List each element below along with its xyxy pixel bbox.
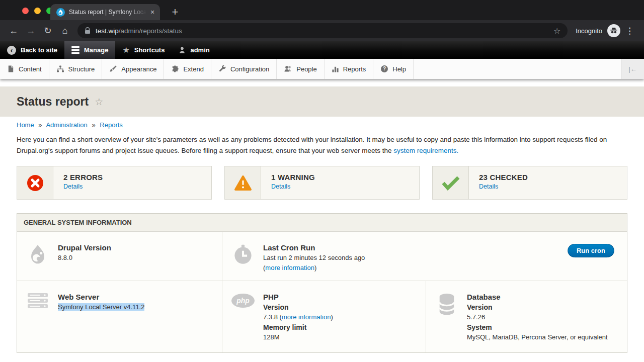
menu-item-reports[interactable]: Reports bbox=[325, 59, 374, 79]
close-tab-icon[interactable]: × bbox=[148, 8, 157, 16]
svg-text:php: php bbox=[236, 297, 250, 305]
back-to-site-button[interactable]: ‹ Back to site bbox=[0, 41, 64, 59]
php-title: PHP bbox=[263, 292, 333, 302]
back-icon[interactable]: ← bbox=[5, 22, 22, 39]
reports-barchart-icon bbox=[332, 65, 339, 73]
menu-item-label: People bbox=[296, 65, 316, 73]
breadcrumb-administration-link[interactable]: Administration bbox=[46, 121, 87, 129]
menu-item-label: Help bbox=[392, 65, 406, 73]
general-system-information-panel: GENERAL SYSTEM INFORMATION D bbox=[17, 213, 627, 353]
menu-item-help[interactable]: ? Help bbox=[373, 59, 414, 79]
last-cron-run-value: Last run 2 minutes 12 seconds ago bbox=[263, 253, 365, 263]
last-cron-run-cell: Last Cron Run Last run 2 minutes 12 seco… bbox=[222, 232, 627, 281]
database-version-value: 5.7.26 bbox=[467, 312, 608, 322]
web-server-value-highlighted: Symfony Local Server v4.11.2 bbox=[58, 303, 144, 311]
window-close-button[interactable] bbox=[22, 8, 29, 14]
php-version-label: Version bbox=[263, 302, 333, 312]
shortcuts-tab[interactable]: ★ Shortcuts bbox=[115, 41, 172, 59]
cron-more-information-link[interactable]: more information bbox=[265, 264, 314, 272]
server-stack-icon bbox=[25, 293, 50, 352]
menu-item-label: Appearance bbox=[121, 65, 156, 73]
menu-item-configuration[interactable]: Configuration bbox=[211, 59, 277, 79]
toolbar-orientation-toggle[interactable]: |← bbox=[621, 59, 644, 79]
menu-item-appearance[interactable]: Appearance bbox=[102, 59, 164, 79]
database-cell: Database Version 5.7.26 System MySQL, Ma… bbox=[426, 281, 627, 352]
php-more-information-link[interactable]: more information bbox=[282, 313, 331, 321]
url-host: test.wip bbox=[96, 27, 119, 35]
menu-item-label: Extend bbox=[183, 65, 203, 73]
panel-row-1: Drupal Version 8.8.0 bbox=[17, 232, 627, 281]
tab-title: Status report | Symfony Local Se bbox=[69, 9, 148, 16]
address-bar[interactable]: test.wip /admin/reports/status ☆ bbox=[77, 23, 568, 38]
manage-tab[interactable]: Manage bbox=[64, 41, 115, 59]
menu-item-extend[interactable]: Extend bbox=[164, 59, 211, 79]
lock-icon bbox=[85, 27, 91, 34]
page-title: Status report bbox=[17, 95, 89, 109]
manage-label: Manage bbox=[84, 46, 108, 54]
checkmark-icon bbox=[433, 166, 469, 199]
php-version-line: 7.3.8 (more information) bbox=[263, 312, 333, 322]
window-controls bbox=[22, 8, 53, 14]
errors-details-link[interactable]: Details bbox=[63, 183, 103, 190]
hamburger-icon bbox=[71, 46, 79, 54]
php-version-value: 7.3.8 bbox=[263, 313, 280, 321]
admin-user-label: admin bbox=[190, 46, 209, 54]
php-memory-limit-label: Memory limit bbox=[263, 322, 333, 332]
breadcrumb: Home » Administration » Reports bbox=[17, 121, 627, 129]
breadcrumb-separator: » bbox=[92, 121, 95, 129]
checked-details-link[interactable]: Details bbox=[479, 183, 528, 190]
intro-text: Here you can find a short overview of yo… bbox=[17, 136, 607, 154]
php-logo-icon: php bbox=[230, 293, 256, 352]
database-system-value: MySQL, MariaDB, Percona Server, or equiv… bbox=[467, 332, 608, 342]
system-requirements-link[interactable]: system requirements. bbox=[393, 147, 458, 154]
menu-item-people[interactable]: People bbox=[277, 59, 324, 79]
svg-text:?: ? bbox=[383, 66, 386, 71]
bookmark-star-icon[interactable]: ☆ bbox=[553, 26, 560, 36]
panel-row-2: Web Server Symfony Local Server v4.11.2 … bbox=[17, 281, 627, 352]
breadcrumb-reports-link[interactable]: Reports bbox=[100, 121, 123, 129]
admin-user-tab[interactable]: admin bbox=[172, 41, 216, 59]
php-memory-limit-value: 128M bbox=[263, 332, 333, 342]
back-to-site-label: Back to site bbox=[21, 46, 57, 54]
errors-count-label: 2 ERRORS bbox=[63, 173, 103, 182]
user-icon bbox=[179, 46, 186, 54]
web-server-title: Web Server bbox=[58, 292, 144, 302]
drupal-favicon-icon bbox=[56, 8, 65, 17]
drupal-menu-toolbar: Content Structure Appearance Extend bbox=[0, 59, 644, 79]
window-minimize-button[interactable] bbox=[34, 8, 41, 14]
warnings-details-link[interactable]: Details bbox=[271, 183, 315, 190]
menu-item-label: Content bbox=[19, 65, 42, 73]
home-icon[interactable]: ⌂ bbox=[56, 22, 73, 39]
browser-menu-icon[interactable]: ⋮ bbox=[625, 26, 634, 36]
php-cell: php PHP Version 7.3.8 (more information)… bbox=[222, 281, 426, 352]
menu-item-content[interactable]: Content bbox=[0, 59, 49, 79]
run-cron-button[interactable]: Run cron bbox=[568, 244, 614, 257]
web-server-cell: Web Server Symfony Local Server v4.11.2 bbox=[17, 281, 222, 352]
breadcrumb-home-link[interactable]: Home bbox=[17, 121, 34, 129]
drupal-version-title: Drupal Version bbox=[58, 243, 111, 253]
drupal-version-value: 8.8.0 bbox=[58, 253, 111, 263]
new-tab-button[interactable]: + bbox=[168, 5, 182, 19]
database-icon bbox=[434, 293, 459, 352]
forward-icon[interactable]: → bbox=[22, 22, 39, 39]
collapse-toolbar-icon: |← bbox=[628, 65, 636, 73]
page-body: Status report ☆ Home » Administration » … bbox=[0, 86, 644, 362]
structure-sitemap-icon bbox=[56, 65, 64, 73]
browser-tab[interactable]: Status report | Symfony Local Se × bbox=[50, 4, 160, 20]
configuration-wrench-icon bbox=[218, 65, 226, 73]
intro-paragraph: Here you can find a short overview of yo… bbox=[17, 134, 627, 156]
database-version-label: Version bbox=[467, 302, 608, 312]
shortcut-toggle-star-icon[interactable]: ☆ bbox=[95, 96, 103, 108]
drupal-admin-toolbar: ‹ Back to site Manage ★ Shortcuts admin bbox=[0, 41, 644, 59]
breadcrumb-separator: » bbox=[38, 121, 42, 129]
menu-item-label: Reports bbox=[343, 65, 366, 73]
checked-count-label: 23 CHECKED bbox=[479, 173, 528, 182]
database-system-label: System bbox=[467, 322, 608, 332]
browser-toolbar: ← → ↻ ⌂ test.wip /admin/reports/status ☆… bbox=[0, 20, 644, 41]
help-icon: ? bbox=[380, 65, 388, 73]
menu-item-structure[interactable]: Structure bbox=[49, 59, 103, 79]
page-content: Home » Administration » Reports Here you… bbox=[0, 121, 644, 353]
reload-icon[interactable]: ↻ bbox=[39, 22, 56, 39]
content-file-icon bbox=[7, 65, 15, 73]
panel-heading: GENERAL SYSTEM INFORMATION bbox=[17, 214, 627, 232]
